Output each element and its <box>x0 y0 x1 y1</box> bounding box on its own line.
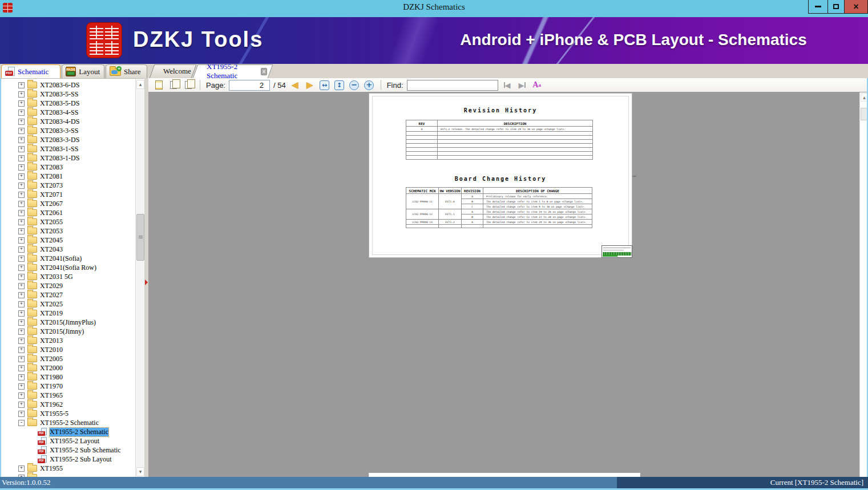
tree-item[interactable]: + PDF XT2025 <box>1 299 135 309</box>
tree-item[interactable]: + PDF XT2000 <box>1 363 135 372</box>
expand-toggle-icon[interactable]: + <box>18 411 25 417</box>
expand-toggle-icon[interactable]: - <box>18 420 25 426</box>
expand-toggle-icon[interactable]: + <box>18 274 25 280</box>
expand-toggle-icon[interactable]: + <box>18 228 25 234</box>
tree-item[interactable]: + PDF XT2013 <box>1 336 135 345</box>
tree-item[interactable]: + PDF XT1965 <box>1 391 135 400</box>
panel-splitter[interactable] <box>144 78 148 477</box>
tree-scrollbar-thumb[interactable] <box>136 214 144 261</box>
doc-tab-xt1955-2-schematic[interactable]: XT1955-2 Schematic x <box>195 64 271 78</box>
tree-item[interactable]: + PDF XT2083-3-DS <box>1 135 135 144</box>
expand-toggle-icon[interactable]: + <box>18 183 25 189</box>
expand-toggle-icon[interactable]: + <box>18 319 25 326</box>
tree-item[interactable]: + PDF XT2041(Sofia Row) <box>1 263 135 272</box>
maximize-button[interactable] <box>828 0 845 14</box>
expand-toggle-icon[interactable]: + <box>18 192 25 198</box>
tab-share[interactable]: + Share <box>106 64 147 78</box>
close-button[interactable]: × <box>845 0 868 14</box>
tree-item[interactable]: + PDF XT2083-1-DS <box>1 153 135 163</box>
tree-item[interactable]: + PDF XT2045 <box>1 236 135 245</box>
expand-toggle-icon[interactable]: + <box>18 82 25 88</box>
expand-toggle-icon[interactable]: + <box>18 173 25 180</box>
expand-toggle-icon[interactable]: + <box>18 256 25 262</box>
expand-toggle-icon[interactable]: + <box>18 237 25 244</box>
tree-item[interactable]: + PDF XT2083 <box>1 163 135 172</box>
single-page-view-button[interactable] <box>153 79 164 91</box>
expand-toggle-icon[interactable]: + <box>18 146 25 152</box>
expand-toggle-icon[interactable]: + <box>18 210 25 216</box>
tree-item[interactable]: + PDF XT2083-1-SS <box>1 144 135 153</box>
tree-item[interactable]: + PDF XT2067 <box>1 199 135 208</box>
expand-toggle-icon[interactable]: + <box>18 219 25 225</box>
tree-item[interactable]: + PDF XT2061 <box>1 208 135 217</box>
find-next-button[interactable]: ▶ <box>516 79 528 91</box>
tree-item[interactable]: + PDF XT2071 <box>1 190 135 199</box>
tree-item[interactable]: + PDF XT2083-3-SS <box>1 126 135 135</box>
expand-toggle-icon[interactable]: + <box>18 465 25 472</box>
expand-toggle-icon[interactable]: + <box>18 329 25 335</box>
expand-toggle-icon[interactable]: + <box>18 383 25 390</box>
expand-toggle-icon[interactable]: + <box>18 119 25 125</box>
tree-item[interactable]: + PDF XT2055 <box>1 217 135 226</box>
expand-toggle-icon[interactable]: + <box>18 301 25 307</box>
tree-item[interactable]: + PDF XT1980 <box>1 372 135 382</box>
splitter-collapse-icon[interactable] <box>145 280 148 285</box>
tree-item[interactable]: + PDF XT2083-4-DS <box>1 117 135 126</box>
scroll-up-icon[interactable]: ▲ <box>136 80 144 89</box>
expand-toggle-icon[interactable]: + <box>18 392 25 399</box>
tree-item[interactable]: PDF XT1955-2 Layout <box>1 436 135 446</box>
expand-toggle-icon[interactable]: + <box>18 137 25 143</box>
tree-item[interactable]: + PDF XT1962 <box>1 400 135 409</box>
expand-toggle-icon[interactable]: + <box>18 110 25 116</box>
tree-item[interactable]: + PDF XT2083-5-SS <box>1 90 135 99</box>
zoom-out-button[interactable]: − <box>349 79 360 91</box>
fit-width-button[interactable]: ↔ <box>319 79 330 91</box>
pdf-viewer[interactable]: Revision History REV DESCRIPTION A EVT1.… <box>148 92 868 477</box>
tree-item[interactable]: + PDF XT2043 <box>1 245 135 254</box>
tree-item[interactable]: + PDF XT2027 <box>1 290 135 299</box>
tree-item[interactable]: - PDF XT1955-2 Schematic <box>1 418 135 427</box>
expand-toggle-icon[interactable]: + <box>18 347 25 353</box>
expand-toggle-icon[interactable]: + <box>18 283 25 289</box>
tree-item[interactable]: + PDF XT2019 <box>1 309 135 318</box>
expand-toggle-icon[interactable]: + <box>18 374 25 380</box>
tree-item[interactable]: + PDF XT1955-5 <box>1 409 135 418</box>
document-horizontal-scrollbar[interactable] <box>369 473 640 477</box>
tree-item[interactable]: PDF XT1955-2 Sub Schematic <box>1 446 135 455</box>
scroll-down-icon[interactable]: ▼ <box>136 467 144 476</box>
expand-toggle-icon[interactable]: + <box>18 155 25 161</box>
find-previous-button[interactable]: ◀ <box>502 79 513 91</box>
minimize-button[interactable] <box>808 0 828 14</box>
expand-toggle-icon[interactable]: + <box>18 356 25 362</box>
find-input[interactable] <box>407 80 498 91</box>
tree-item[interactable]: + PDF XT2015(JimnyPlus) <box>1 318 135 327</box>
tab-schematic[interactable]: PDF Schematic <box>1 64 60 78</box>
previous-page-button[interactable]: ◀ <box>289 79 301 91</box>
tree-item[interactable]: + PDF XT2083-5-DS <box>1 99 135 108</box>
expand-toggle-icon[interactable]: + <box>18 164 25 171</box>
close-tab-icon[interactable]: x <box>261 68 267 75</box>
next-page-button[interactable]: ▶ <box>304 79 316 91</box>
fit-page-button[interactable]: ↕ <box>334 79 345 91</box>
page-number-input[interactable] <box>229 80 270 91</box>
tab-layout[interactable]: PADS Layout <box>62 64 104 78</box>
tree-item[interactable]: + PDF XT2010 <box>1 345 135 354</box>
tree-item[interactable]: + PDF XT2081 <box>1 172 135 181</box>
expand-toggle-icon[interactable]: + <box>18 365 25 371</box>
tree-item[interactable]: + PDF <box>1 473 135 477</box>
tree-item[interactable]: + PDF XT2041(Sofia) <box>1 254 135 263</box>
tree-item[interactable]: + PDF XT1955 <box>1 464 135 473</box>
font-size-button[interactable]: Aa <box>531 79 543 91</box>
expand-toggle-icon[interactable]: + <box>18 265 25 271</box>
expand-toggle-icon[interactable]: + <box>18 201 25 207</box>
tree-item[interactable]: + PDF XT2073 <box>1 181 135 190</box>
tree-item[interactable]: + PDF XT2015(Jimny) <box>1 327 135 336</box>
tree-item[interactable]: + PDF XT2083-6-DS <box>1 80 135 90</box>
expand-toggle-icon[interactable]: + <box>18 310 25 317</box>
expand-toggle-icon[interactable]: + <box>18 91 25 98</box>
doc-tab-welcome[interactable]: Welcome <box>152 64 194 78</box>
expand-toggle-icon[interactable]: + <box>18 246 25 253</box>
duplicate-page-button[interactable] <box>183 79 194 91</box>
zoom-in-button[interactable]: + <box>364 79 375 91</box>
expand-toggle-icon[interactable]: + <box>18 402 25 408</box>
